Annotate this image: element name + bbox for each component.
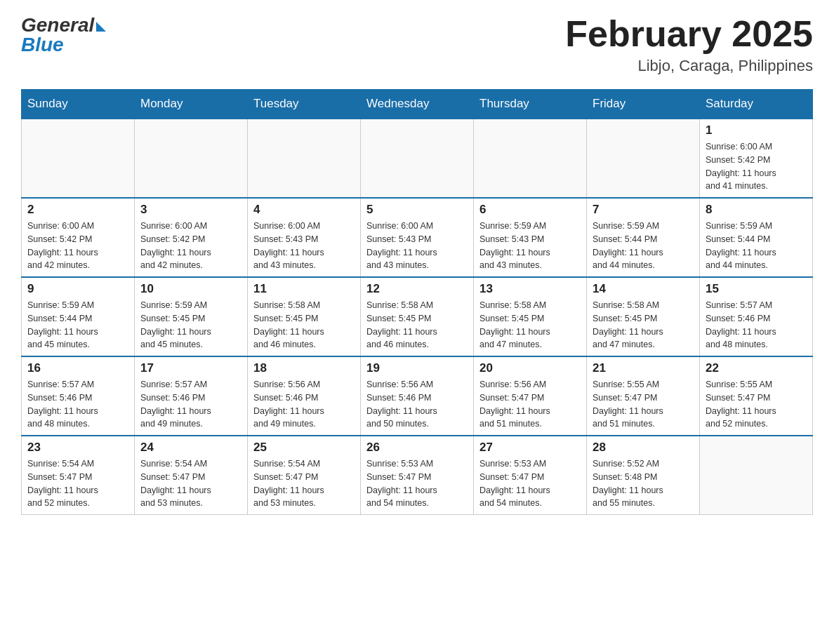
logo: General Blue bbox=[21, 14, 106, 56]
day-info: Sunrise: 5:57 AMSunset: 5:46 PMDaylight:… bbox=[140, 378, 241, 431]
day-number: 14 bbox=[593, 282, 694, 296]
calendar-cell: 10Sunrise: 5:59 AMSunset: 5:45 PMDayligh… bbox=[135, 277, 248, 356]
weekday-header-row: SundayMondayTuesdayWednesdayThursdayFrid… bbox=[22, 90, 813, 119]
calendar-cell bbox=[587, 119, 700, 198]
calendar-cell: 19Sunrise: 5:56 AMSunset: 5:46 PMDayligh… bbox=[361, 356, 474, 436]
day-info: Sunrise: 5:55 AMSunset: 5:47 PMDaylight:… bbox=[593, 378, 694, 431]
day-number: 3 bbox=[140, 203, 241, 217]
day-info: Sunrise: 5:59 AMSunset: 5:44 PMDaylight:… bbox=[27, 299, 128, 351]
day-number: 7 bbox=[593, 203, 694, 217]
calendar-cell bbox=[474, 119, 587, 198]
day-number: 8 bbox=[706, 203, 807, 217]
calendar-week-4: 16Sunrise: 5:57 AMSunset: 5:46 PMDayligh… bbox=[22, 356, 813, 436]
weekday-header-sunday: Sunday bbox=[22, 90, 135, 119]
day-number: 26 bbox=[366, 441, 468, 455]
calendar-cell: 7Sunrise: 5:59 AMSunset: 5:44 PMDaylight… bbox=[587, 198, 700, 277]
calendar-cell: 26Sunrise: 5:53 AMSunset: 5:47 PMDayligh… bbox=[361, 436, 474, 515]
day-info: Sunrise: 6:00 AMSunset: 5:43 PMDaylight:… bbox=[253, 220, 355, 272]
day-info: Sunrise: 5:54 AMSunset: 5:47 PMDaylight:… bbox=[253, 457, 355, 510]
month-title: February 2025 bbox=[565, 14, 813, 54]
calendar-cell bbox=[22, 119, 135, 198]
weekday-header-saturday: Saturday bbox=[700, 90, 813, 119]
calendar-cell bbox=[135, 119, 248, 198]
calendar-cell: 22Sunrise: 5:55 AMSunset: 5:47 PMDayligh… bbox=[700, 356, 813, 436]
calendar-cell: 18Sunrise: 5:56 AMSunset: 5:46 PMDayligh… bbox=[248, 356, 361, 436]
weekday-header-thursday: Thursday bbox=[474, 90, 587, 119]
calendar-cell bbox=[248, 119, 361, 198]
day-number: 5 bbox=[366, 203, 468, 217]
day-info: Sunrise: 5:54 AMSunset: 5:47 PMDaylight:… bbox=[140, 457, 241, 510]
day-info: Sunrise: 6:00 AMSunset: 5:42 PMDaylight:… bbox=[706, 140, 807, 193]
day-info: Sunrise: 5:58 AMSunset: 5:45 PMDaylight:… bbox=[366, 299, 468, 351]
day-info: Sunrise: 5:59 AMSunset: 5:45 PMDaylight:… bbox=[140, 299, 241, 351]
day-info: Sunrise: 5:53 AMSunset: 5:47 PMDaylight:… bbox=[366, 457, 468, 510]
day-info: Sunrise: 5:58 AMSunset: 5:45 PMDaylight:… bbox=[479, 299, 581, 351]
day-info: Sunrise: 6:00 AMSunset: 5:42 PMDaylight:… bbox=[140, 220, 241, 272]
calendar-cell: 17Sunrise: 5:57 AMSunset: 5:46 PMDayligh… bbox=[135, 356, 248, 436]
day-number: 4 bbox=[253, 203, 355, 217]
calendar-cell: 25Sunrise: 5:54 AMSunset: 5:47 PMDayligh… bbox=[248, 436, 361, 515]
day-number: 19 bbox=[366, 361, 468, 375]
weekday-header-friday: Friday bbox=[587, 90, 700, 119]
day-number: 27 bbox=[479, 441, 581, 455]
day-number: 28 bbox=[593, 441, 694, 455]
day-number: 20 bbox=[479, 361, 581, 375]
calendar-cell: 13Sunrise: 5:58 AMSunset: 5:45 PMDayligh… bbox=[474, 277, 587, 356]
day-number: 23 bbox=[27, 441, 128, 455]
day-info: Sunrise: 5:56 AMSunset: 5:46 PMDaylight:… bbox=[253, 378, 355, 431]
weekday-header-wednesday: Wednesday bbox=[361, 90, 474, 119]
day-number: 9 bbox=[27, 282, 128, 296]
day-info: Sunrise: 5:54 AMSunset: 5:47 PMDaylight:… bbox=[27, 457, 128, 510]
calendar-cell: 23Sunrise: 5:54 AMSunset: 5:47 PMDayligh… bbox=[22, 436, 135, 515]
day-number: 2 bbox=[27, 203, 128, 217]
location-text: Libjo, Caraga, Philippines bbox=[565, 57, 813, 75]
day-number: 6 bbox=[479, 203, 581, 217]
weekday-header-tuesday: Tuesday bbox=[248, 90, 361, 119]
day-info: Sunrise: 6:00 AMSunset: 5:43 PMDaylight:… bbox=[366, 220, 468, 272]
logo-blue-text: Blue bbox=[21, 34, 64, 56]
calendar-week-1: 1Sunrise: 6:00 AMSunset: 5:42 PMDaylight… bbox=[22, 119, 813, 198]
calendar-cell: 1Sunrise: 6:00 AMSunset: 5:42 PMDaylight… bbox=[700, 119, 813, 198]
calendar-week-3: 9Sunrise: 5:59 AMSunset: 5:44 PMDaylight… bbox=[22, 277, 813, 356]
calendar-week-5: 23Sunrise: 5:54 AMSunset: 5:47 PMDayligh… bbox=[22, 436, 813, 515]
day-number: 25 bbox=[253, 441, 355, 455]
calendar-cell: 3Sunrise: 6:00 AMSunset: 5:42 PMDaylight… bbox=[135, 198, 248, 277]
calendar-cell: 16Sunrise: 5:57 AMSunset: 5:46 PMDayligh… bbox=[22, 356, 135, 436]
calendar-cell: 21Sunrise: 5:55 AMSunset: 5:47 PMDayligh… bbox=[587, 356, 700, 436]
calendar-cell: 11Sunrise: 5:58 AMSunset: 5:45 PMDayligh… bbox=[248, 277, 361, 356]
calendar-cell: 8Sunrise: 5:59 AMSunset: 5:44 PMDaylight… bbox=[700, 198, 813, 277]
calendar-cell: 12Sunrise: 5:58 AMSunset: 5:45 PMDayligh… bbox=[361, 277, 474, 356]
day-info: Sunrise: 5:57 AMSunset: 5:46 PMDaylight:… bbox=[27, 378, 128, 431]
calendar-cell: 28Sunrise: 5:52 AMSunset: 5:48 PMDayligh… bbox=[587, 436, 700, 515]
day-info: Sunrise: 5:59 AMSunset: 5:43 PMDaylight:… bbox=[479, 220, 581, 272]
day-number: 15 bbox=[706, 282, 807, 296]
day-number: 13 bbox=[479, 282, 581, 296]
day-info: Sunrise: 5:58 AMSunset: 5:45 PMDaylight:… bbox=[253, 299, 355, 351]
calendar-cell: 4Sunrise: 6:00 AMSunset: 5:43 PMDaylight… bbox=[248, 198, 361, 277]
day-number: 21 bbox=[593, 361, 694, 375]
calendar-cell: 27Sunrise: 5:53 AMSunset: 5:47 PMDayligh… bbox=[474, 436, 587, 515]
calendar-cell: 9Sunrise: 5:59 AMSunset: 5:44 PMDaylight… bbox=[22, 277, 135, 356]
day-number: 10 bbox=[140, 282, 241, 296]
calendar-cell bbox=[700, 436, 813, 515]
day-number: 18 bbox=[253, 361, 355, 375]
calendar-cell bbox=[361, 119, 474, 198]
calendar-cell: 15Sunrise: 5:57 AMSunset: 5:46 PMDayligh… bbox=[700, 277, 813, 356]
calendar-week-2: 2Sunrise: 6:00 AMSunset: 5:42 PMDaylight… bbox=[22, 198, 813, 277]
day-info: Sunrise: 5:59 AMSunset: 5:44 PMDaylight:… bbox=[706, 220, 807, 272]
day-number: 1 bbox=[706, 123, 807, 137]
calendar-cell: 14Sunrise: 5:58 AMSunset: 5:45 PMDayligh… bbox=[587, 277, 700, 356]
day-number: 11 bbox=[253, 282, 355, 296]
calendar-cell: 6Sunrise: 5:59 AMSunset: 5:43 PMDaylight… bbox=[474, 198, 587, 277]
day-info: Sunrise: 5:52 AMSunset: 5:48 PMDaylight:… bbox=[593, 457, 694, 510]
day-info: Sunrise: 5:56 AMSunset: 5:47 PMDaylight:… bbox=[479, 378, 581, 431]
day-info: Sunrise: 5:59 AMSunset: 5:44 PMDaylight:… bbox=[593, 220, 694, 272]
day-info: Sunrise: 5:55 AMSunset: 5:47 PMDaylight:… bbox=[706, 378, 807, 431]
day-info: Sunrise: 5:57 AMSunset: 5:46 PMDaylight:… bbox=[706, 299, 807, 351]
day-info: Sunrise: 5:58 AMSunset: 5:45 PMDaylight:… bbox=[593, 299, 694, 351]
day-info: Sunrise: 5:56 AMSunset: 5:46 PMDaylight:… bbox=[366, 378, 468, 431]
day-info: Sunrise: 5:53 AMSunset: 5:47 PMDaylight:… bbox=[479, 457, 581, 510]
day-info: Sunrise: 6:00 AMSunset: 5:42 PMDaylight:… bbox=[27, 220, 128, 272]
title-section: February 2025 Libjo, Caraga, Philippines bbox=[565, 14, 813, 75]
day-number: 24 bbox=[140, 441, 241, 455]
